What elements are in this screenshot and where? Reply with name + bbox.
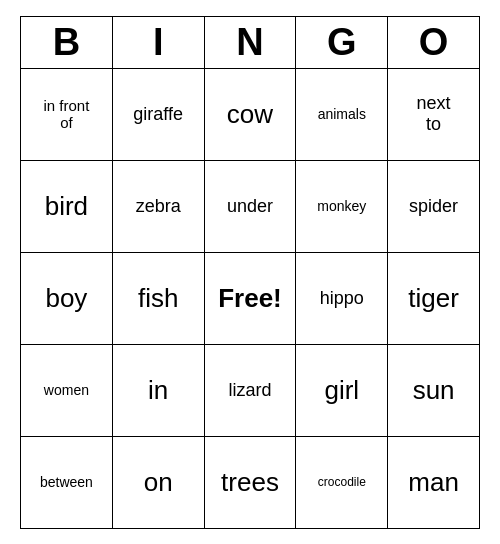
cell-4-0: between xyxy=(21,436,113,528)
cell-3-3: girl xyxy=(296,344,388,436)
bingo-card: BINGO in frontofgiraffecowanimalsnexttob… xyxy=(20,16,480,529)
cell-1-1: zebra xyxy=(112,160,204,252)
row-1: birdzebraundermonkeyspider xyxy=(21,160,480,252)
cell-2-3: hippo xyxy=(296,252,388,344)
cell-4-2: trees xyxy=(204,436,296,528)
cell-1-4: spider xyxy=(388,160,480,252)
cell-0-1: giraffe xyxy=(112,68,204,160)
row-3: womeninlizardgirlsun xyxy=(21,344,480,436)
row-0: in frontofgiraffecowanimalsnextto xyxy=(21,68,480,160)
cell-4-4: man xyxy=(388,436,480,528)
cell-1-3: monkey xyxy=(296,160,388,252)
cell-4-1: on xyxy=(112,436,204,528)
cell-0-2: cow xyxy=(204,68,296,160)
cell-3-4: sun xyxy=(388,344,480,436)
header-letter-b: B xyxy=(21,16,113,68)
header-letter-n: N xyxy=(204,16,296,68)
cell-3-0: women xyxy=(21,344,113,436)
cell-2-1: fish xyxy=(112,252,204,344)
cell-4-3: crocodile xyxy=(296,436,388,528)
cell-3-2: lizard xyxy=(204,344,296,436)
cell-3-1: in xyxy=(112,344,204,436)
cell-0-3: animals xyxy=(296,68,388,160)
cell-0-4: nextto xyxy=(388,68,480,160)
header-row: BINGO xyxy=(21,16,480,68)
cell-2-0: boy xyxy=(21,252,113,344)
header-letter-i: I xyxy=(112,16,204,68)
row-2: boyfishFree!hippotiger xyxy=(21,252,480,344)
cell-1-0: bird xyxy=(21,160,113,252)
cell-2-4: tiger xyxy=(388,252,480,344)
header-letter-g: G xyxy=(296,16,388,68)
header-letter-o: O xyxy=(388,16,480,68)
cell-1-2: under xyxy=(204,160,296,252)
cell-2-2: Free! xyxy=(204,252,296,344)
cell-0-0: in frontof xyxy=(21,68,113,160)
row-4: betweenontreescrocodileman xyxy=(21,436,480,528)
